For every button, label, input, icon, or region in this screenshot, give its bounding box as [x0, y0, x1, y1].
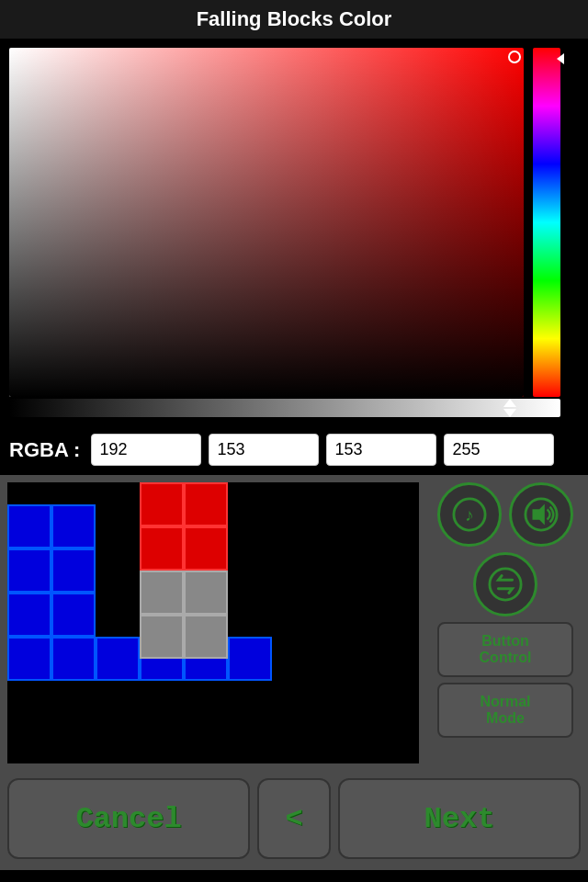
- music-button[interactable]: ♪: [437, 482, 502, 547]
- block-gray: [140, 571, 184, 615]
- block-gray: [184, 615, 228, 659]
- swap-icon: [488, 567, 523, 602]
- block-blue: [51, 637, 96, 681]
- alpha-cursor-bottom: [503, 409, 516, 417]
- rgba-section: RGBA :: [0, 424, 588, 475]
- game-board: [7, 482, 419, 763]
- block-blue: [228, 637, 272, 681]
- block-blue: [51, 504, 96, 548]
- block-blue: [7, 548, 51, 593]
- button-control-button[interactable]: Button Control: [437, 622, 573, 677]
- block-blue: [51, 593, 96, 637]
- rgba-label: RGBA :: [9, 438, 80, 462]
- normal-mode-button[interactable]: Normal Mode: [437, 683, 573, 738]
- game-controls: ♪: [423, 475, 588, 771]
- game-section: ♪: [0, 475, 588, 870]
- block-blue: [7, 593, 51, 637]
- alpha-slider-container: [0, 397, 588, 424]
- music-icon: ♪: [452, 497, 487, 532]
- swap-button-row: [473, 552, 537, 616]
- block-gray: [184, 571, 228, 615]
- sound-icon: [524, 497, 559, 532]
- blue-input[interactable]: [326, 434, 436, 466]
- bottom-buttons: Cancel < Next: [0, 771, 588, 870]
- hue-slider[interactable]: [533, 48, 560, 397]
- game-area: ♪: [0, 475, 588, 771]
- sound-button[interactable]: [509, 482, 573, 547]
- block-blue: [51, 548, 96, 593]
- alpha-input[interactable]: [444, 434, 554, 466]
- cancel-button[interactable]: Cancel: [7, 778, 250, 859]
- alpha-slider[interactable]: [9, 399, 560, 417]
- page-title: Falling Blocks Color: [0, 0, 588, 39]
- color-picker-section: [0, 39, 588, 397]
- block-red: [184, 482, 228, 526]
- block-blue: [96, 637, 140, 681]
- svg-point-4: [490, 569, 521, 600]
- block-red: [140, 482, 184, 526]
- alpha-cursor-top: [503, 399, 516, 407]
- svg-marker-3: [533, 504, 545, 526]
- red-input[interactable]: [91, 434, 201, 466]
- block-gray: [140, 615, 184, 659]
- block-blue: [7, 637, 51, 681]
- block-blue: [7, 504, 51, 548]
- next-button[interactable]: Next: [338, 778, 581, 859]
- swap-button[interactable]: [473, 552, 537, 616]
- svg-text:♪: ♪: [465, 505, 474, 525]
- icon-buttons-row: ♪: [437, 482, 573, 547]
- back-button[interactable]: <: [257, 778, 331, 859]
- saturation-brightness-picker[interactable]: [9, 48, 524, 397]
- block-red: [140, 526, 184, 571]
- game-board-inner: [7, 482, 419, 763]
- green-input[interactable]: [209, 434, 319, 466]
- block-red: [184, 526, 228, 571]
